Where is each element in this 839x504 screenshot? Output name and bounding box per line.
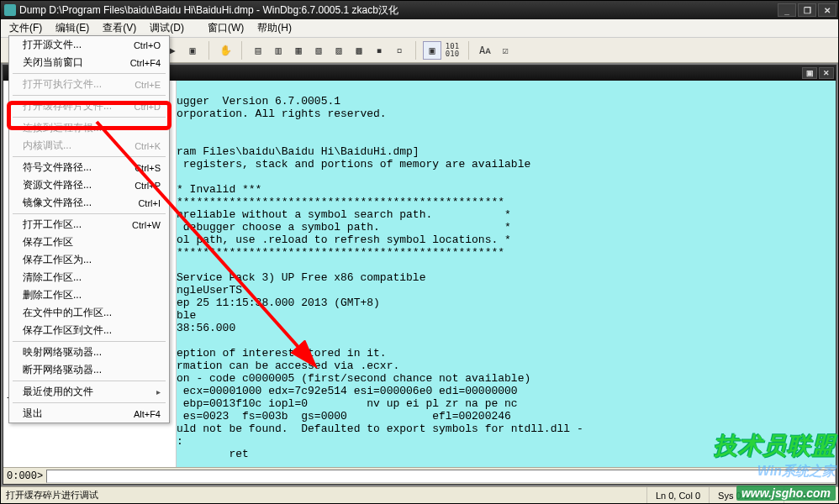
status-sys: Sys 0:D:\Prog — [709, 487, 784, 503]
registers-window-icon[interactable]: ▧ — [309, 41, 328, 60]
menu-item[interactable]: 连接到远程存根... — [9, 119, 169, 137]
menu-item[interactable]: 打开缓存碎片文件...Ctrl+D — [9, 97, 169, 115]
command-input[interactable] — [46, 470, 836, 483]
cmd-window-icon[interactable]: ▤ — [249, 41, 267, 60]
menu-item[interactable]: 打开可执行文件...Ctrl+E — [9, 76, 169, 93]
menu-item[interactable]: 资源文件路径...Ctrl+P — [9, 176, 169, 194]
menu-item[interactable]: 删除工作区... — [9, 286, 169, 304]
app-icon — [4, 4, 16, 16]
options-icon[interactable]: ☑ — [496, 41, 514, 60]
title-bar: Dump D:\Program Files\baidu\Baidu Hi\Bai… — [1, 1, 838, 19]
watch-window-icon[interactable]: ▥ — [269, 41, 288, 60]
disasm-window-icon[interactable]: ▪ — [370, 41, 388, 60]
menu-item[interactable]: 断开网络驱动器... — [9, 361, 169, 379]
window-controls: _ ❐ ✕ — [778, 3, 838, 17]
scratch-window-icon[interactable]: ▫ — [390, 41, 409, 60]
menu-item[interactable]: 关闭当前窗口Ctrl+F4 — [9, 54, 169, 71]
menu-item[interactable]: 镜像文件路径...Ctrl+I — [9, 194, 169, 212]
menu-item[interactable]: 打开工作区...Ctrl+W — [9, 216, 169, 234]
source-mode-icon[interactable]: ▣ — [423, 41, 441, 60]
font-icon[interactable]: Aᴀ — [476, 41, 494, 60]
status-text: 打开缓存碎片进行调试 — [1, 489, 646, 501]
menu-item[interactable]: 最近使用的文件 — [9, 383, 169, 401]
break-icon[interactable]: ▣ — [183, 41, 202, 60]
command-prompt: 0:000> — [3, 470, 46, 482]
menu-debug[interactable]: 调试(D) — [145, 19, 189, 37]
window-title: Dump D:\Program Files\baidu\Baidu Hi\Bai… — [19, 3, 778, 18]
minimize-button[interactable]: _ — [778, 3, 796, 17]
memory-window-icon[interactable]: ▨ — [330, 41, 348, 60]
menu-item[interactable]: 内核调试...Ctrl+K — [9, 137, 169, 155]
call-stack-window-icon[interactable]: ▩ — [350, 41, 368, 60]
file-menu-dropdown: 打开源文件...Ctrl+O关闭当前窗口Ctrl+F4打开可执行文件...Ctr… — [8, 35, 170, 423]
inner-restore-button[interactable]: ▣ — [802, 67, 817, 79]
command-input-row: 0:000> — [3, 467, 836, 484]
breakpoint-icon[interactable]: ✋ — [216, 41, 235, 60]
maximize-button[interactable]: ❐ — [798, 3, 816, 17]
menu-item[interactable]: 映射网络驱动器... — [9, 344, 169, 361]
menu-edit[interactable]: 编辑(E) — [50, 19, 94, 37]
hex-icon[interactable]: 101010 — [443, 41, 462, 60]
menu-item[interactable]: 保存工作区到文件... — [9, 322, 169, 339]
menu-help[interactable]: 帮助(H) — [252, 19, 297, 37]
menu-window[interactable]: 窗口(W) — [203, 19, 249, 37]
output-pane[interactable]: ugger Version 6.7.0005.1 orporation. All… — [177, 81, 836, 467]
status-bar: 打开缓存碎片进行调试 Ln 0, Col 0 Sys 0:D:\Prog Pro… — [1, 486, 838, 503]
menu-item[interactable]: 清除工作区... — [9, 269, 169, 286]
menu-view[interactable]: 查看(V) — [98, 19, 141, 37]
menu-file[interactable]: 文件(F) — [4, 19, 47, 37]
inner-close-button[interactable]: ✕ — [819, 67, 834, 79]
menu-item[interactable]: 符号文件路径...Ctrl+S — [9, 159, 169, 176]
locals-window-icon[interactable]: ▦ — [289, 41, 308, 60]
menu-item[interactable]: 保存工作区为... — [9, 251, 169, 269]
menu-item[interactable]: 在文件中的工作区... — [9, 304, 169, 322]
menu-item[interactable]: 退出Alt+F4 — [9, 405, 169, 423]
status-proc: Proc 000 — [784, 487, 838, 503]
menu-item[interactable]: 打开源文件...Ctrl+O — [9, 36, 169, 54]
status-ln-col: Ln 0, Col 0 — [646, 487, 709, 503]
menu-item[interactable]: 保存工作区 — [9, 234, 169, 251]
close-button[interactable]: ✕ — [818, 3, 836, 17]
